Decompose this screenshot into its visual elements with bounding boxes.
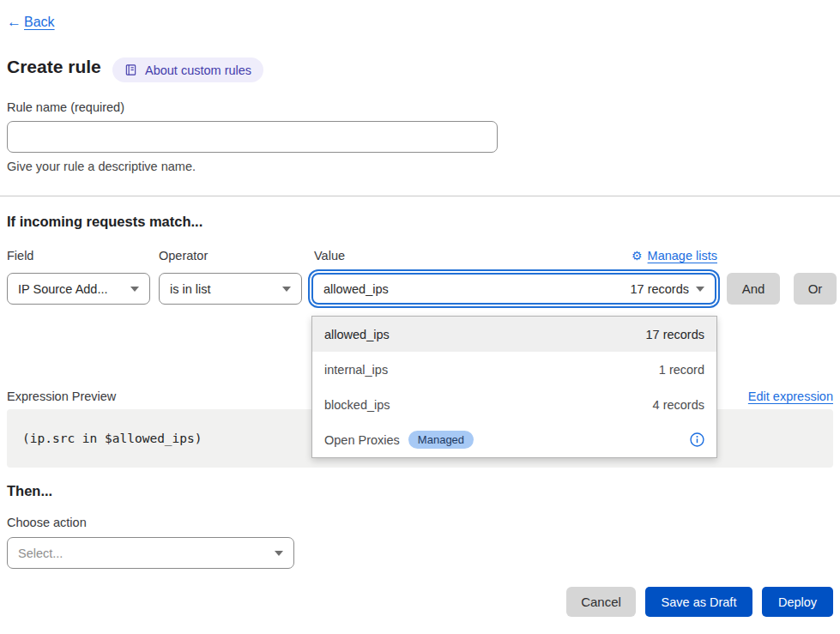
about-custom-rules-label: About custom rules	[145, 63, 251, 77]
list-name: Open Proxies	[324, 433, 400, 447]
section-divider	[0, 196, 840, 196]
field-select-value: IP Source Add...	[18, 282, 108, 296]
field-select[interactable]: IP Source Add...	[7, 273, 150, 305]
save-as-draft-button[interactable]: Save as Draft	[645, 587, 752, 617]
choose-action-label: Choose action	[7, 516, 87, 529]
rule-name-helper-text: Give your rule a descriptive name.	[7, 160, 196, 173]
list-name: internal_ips	[324, 363, 388, 377]
back-link[interactable]: ← Back	[7, 14, 55, 31]
operator-label: Operator	[159, 249, 208, 263]
and-button[interactable]: And	[727, 273, 780, 305]
managed-badge: Managed	[408, 431, 474, 449]
field-label: Field	[7, 249, 33, 263]
book-icon	[124, 63, 137, 76]
dropdown-option-allowed-ips[interactable]: allowed_ips 17 records	[312, 317, 716, 352]
dropdown-option-blocked-ips[interactable]: blocked_ips 4 records	[312, 387, 716, 422]
or-button[interactable]: Or	[794, 273, 837, 305]
expression-code: (ip.src in $allowed_ips)	[22, 432, 202, 445]
cancel-button[interactable]: Cancel	[566, 587, 636, 617]
list-record-count: 17 records	[645, 328, 704, 341]
create-rule-page: ← Back Create rule About custom rules Ru…	[0, 0, 840, 634]
chevron-down-icon	[282, 287, 291, 292]
value-select-record-count: 17 records	[630, 282, 689, 296]
list-record-count: 4 records	[653, 398, 704, 412]
action-select-placeholder: Select...	[18, 546, 63, 560]
page-title: Create rule	[7, 57, 101, 77]
manage-lists-label: Manage lists	[648, 249, 717, 263]
rule-name-input[interactable]	[7, 121, 498, 153]
value-select[interactable]: allowed_ips 17 records	[311, 273, 716, 305]
info-icon[interactable]	[690, 432, 704, 447]
value-select-value: allowed_ips	[323, 282, 389, 296]
chevron-down-icon	[696, 287, 704, 292]
rule-name-label: Rule name (required)	[7, 100, 124, 114]
list-record-count: 1 record	[659, 363, 704, 377]
chevron-down-icon	[275, 551, 283, 556]
action-select[interactable]: Select...	[7, 537, 294, 569]
back-arrow-icon: ←	[7, 14, 21, 31]
then-section-heading: Then...	[7, 483, 52, 499]
edit-expression-link[interactable]: Edit expression	[748, 389, 833, 403]
operator-select[interactable]: is in list	[159, 273, 302, 305]
manage-lists-link[interactable]: ⚙ Manage lists	[632, 249, 717, 263]
list-name: blocked_ips	[324, 398, 390, 412]
chevron-down-icon	[130, 287, 139, 292]
dropdown-option-open-proxies[interactable]: Open Proxies Managed	[312, 422, 716, 457]
expression-preview-label: Expression Preview	[7, 389, 116, 403]
list-name: allowed_ips	[324, 328, 390, 341]
dropdown-option-internal-ips[interactable]: internal_ips 1 record	[312, 352, 716, 387]
operator-select-value: is in list	[170, 282, 211, 296]
gear-icon: ⚙	[632, 249, 643, 263]
match-section-heading: If incoming requests match...	[7, 214, 202, 230]
list-dropdown-menu: allowed_ips 17 records internal_ips 1 re…	[311, 316, 717, 458]
value-label: Value	[314, 249, 345, 263]
deploy-button[interactable]: Deploy	[762, 587, 833, 617]
about-custom-rules-link[interactable]: About custom rules	[112, 57, 263, 82]
back-label: Back	[24, 15, 55, 30]
